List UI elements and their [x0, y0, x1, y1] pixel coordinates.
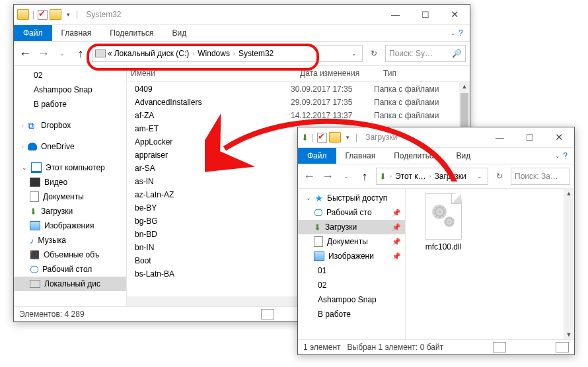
refresh-button[interactable]: ↻ — [492, 172, 507, 181]
refresh-button[interactable]: ↻ — [367, 49, 381, 58]
forward-button[interactable]: → — [36, 46, 51, 61]
file-type: Папка с файлами — [374, 111, 439, 120]
breadcrumb-item[interactable]: Загрузки — [434, 172, 466, 181]
nav-item-dropbox[interactable]: ›⧉Dropbox — [14, 118, 126, 133]
nav-item-documents[interactable]: Документы — [14, 189, 126, 204]
scroll-up-icon[interactable]: ▲ — [459, 81, 470, 92]
separator: | — [75, 10, 79, 19]
qat-checkbox-icon[interactable] — [38, 10, 48, 20]
col-type[interactable]: Тип — [379, 69, 396, 78]
download-icon: ⬇ — [301, 133, 309, 143]
back-button[interactable]: ← — [18, 46, 32, 61]
nav-item-music[interactable]: ♪Музыка — [14, 233, 126, 248]
nav-item-desktop[interactable]: 🖵Рабочий сто📌 — [298, 205, 405, 220]
recent-dropdown[interactable]: ⌄ — [339, 169, 353, 184]
nav-pane[interactable]: 02 Ashampoo Snap В работе ›⧉Dropbox ›One… — [14, 65, 127, 307]
chevron-right-icon[interactable]: › — [232, 50, 237, 57]
breadcrumb-item[interactable]: System32 — [239, 49, 274, 58]
close-button[interactable]: ✕ — [544, 127, 574, 147]
tab-file[interactable]: Файл — [14, 25, 52, 41]
back-button[interactable]: ← — [302, 169, 316, 184]
nav-item-onedrive[interactable]: ›OneDrive — [14, 139, 126, 154]
titlebar[interactable]: | ▼ | System32 — ☐ ✕ — [14, 5, 470, 25]
chevron-right-icon[interactable]: › — [427, 173, 432, 180]
forward-button[interactable]: → — [320, 169, 335, 184]
nav-item-3d[interactable]: ⬛Объемные объ — [14, 248, 126, 262]
view-details-button[interactable] — [493, 342, 506, 352]
address-dropdown-icon[interactable]: ⌄ — [474, 173, 485, 180]
nav-item[interactable]: Ashampoo Snap — [298, 292, 405, 307]
minimize-button[interactable]: — — [381, 5, 410, 24]
nav-item[interactable]: 01 — [298, 263, 405, 278]
tab-share[interactable]: Поделиться — [385, 148, 447, 164]
nav-item[interactable]: 02 — [14, 68, 126, 83]
nav-item-downloads[interactable]: ⬇Загрузки📌 — [298, 220, 405, 234]
file-name: as-IN — [135, 177, 287, 186]
file-row[interactable]: af-ZA14.12.2017 13:37Папка с файлами — [131, 109, 470, 122]
nav-item-this-pc[interactable]: ⌄Этот компьютер — [14, 160, 126, 175]
scroll-down-icon[interactable]: ▼ — [564, 329, 574, 340]
nav-item-documents[interactable]: Документы📌 — [298, 234, 405, 249]
file-row[interactable]: 040930.09.2017 17:35Папка с файлами — [131, 83, 470, 96]
maximize-button[interactable]: ☐ — [410, 5, 440, 24]
ribbon-expand-icon[interactable]: ⌄? — [444, 25, 470, 41]
nav-item-desktop[interactable]: 🖵Рабочий стол — [14, 262, 126, 277]
column-headers[interactable]: Имени Дата изменения Тип — [127, 65, 470, 82]
address-dropdown-icon[interactable]: ⌄ — [349, 50, 359, 57]
qat-dropdown-icon[interactable]: ▼ — [343, 135, 352, 141]
nav-pane[interactable]: ⌄★Быстрый доступ 🖵Рабочий сто📌 ⬇Загрузки… — [298, 188, 406, 340]
onedrive-icon — [28, 143, 37, 150]
qat-dropdown-icon[interactable]: ▼ — [63, 12, 73, 18]
file-date: 14.12.2017 13:37 — [291, 111, 370, 120]
nav-item-videos[interactable]: Видео — [14, 175, 126, 189]
tab-home[interactable]: Главная — [52, 25, 101, 41]
file-name: bn-IN — [135, 243, 287, 252]
view-icons-button[interactable] — [556, 342, 569, 352]
col-name[interactable]: Имени — [127, 69, 296, 78]
nav-item[interactable]: 02 — [298, 278, 405, 292]
vertical-scrollbar[interactable]: ▲▼ — [564, 188, 574, 340]
titlebar[interactable]: ⬇ | ▼ | Загрузки — ☐ ✕ — [298, 127, 574, 148]
address-bar[interactable]: ⬇ › Этот к… › Загрузки ⌄ — [376, 168, 488, 185]
tab-view[interactable]: Вид — [163, 25, 196, 41]
search-input[interactable]: Поиск: Sy…🔍 — [385, 45, 466, 62]
ribbon-expand-icon[interactable]: ⌄? — [548, 148, 574, 164]
file-item-dll[interactable]: mfc100.dll — [415, 193, 472, 251]
tab-file[interactable]: Файл — [298, 148, 336, 164]
minimize-button[interactable]: — — [485, 127, 515, 147]
file-name: am-ET — [135, 124, 287, 133]
nav-item-local-disk[interactable]: Локальный дис — [14, 277, 126, 291]
file-list-pane[interactable]: mfc100.dll ▲▼ — [406, 188, 574, 340]
breadcrumb-item[interactable]: Локальный диск (C:) — [114, 49, 190, 58]
close-button[interactable]: ✕ — [440, 5, 470, 24]
nav-item-quick-access[interactable]: ⌄★Быстрый доступ — [298, 191, 405, 205]
tab-view[interactable]: Вид — [447, 148, 480, 164]
up-button[interactable]: ↑ — [357, 169, 372, 184]
nav-item[interactable]: Ashampoo Snap — [14, 83, 126, 97]
up-button[interactable]: ↑ — [73, 46, 88, 61]
recent-dropdown[interactable]: ⌄ — [55, 46, 69, 61]
scroll-up-icon[interactable]: ▲ — [564, 188, 574, 199]
chevron-right-icon[interactable]: › — [388, 173, 393, 180]
qat-checkbox-icon[interactable] — [317, 133, 327, 143]
nav-item-downloads[interactable]: ⬇Загрузки — [14, 204, 126, 218]
video-icon — [30, 178, 40, 187]
breadcrumb-item[interactable]: Этот к… — [395, 172, 425, 181]
document-icon — [30, 191, 39, 202]
nav-item[interactable]: В работе — [14, 97, 126, 112]
search-input[interactable]: Поиск: За… — [511, 168, 570, 185]
view-details-button[interactable] — [261, 309, 274, 319]
nav-item-pictures[interactable]: Изображения — [14, 218, 126, 233]
breadcrumb-item[interactable]: Windows — [198, 49, 230, 58]
nav-item-pictures[interactable]: Изображени📌 — [298, 249, 405, 263]
tab-share[interactable]: Поделиться — [100, 25, 163, 41]
col-date[interactable]: Дата изменения — [296, 69, 379, 78]
file-row[interactable]: AdvancedInstallers29.09.2017 17:35Папка … — [131, 96, 470, 109]
address-bar[interactable]: « Локальный диск (C:) › Windows › System… — [92, 45, 363, 62]
chevron-right-icon[interactable]: › — [191, 50, 196, 57]
pictures-icon — [314, 251, 324, 261]
tab-home[interactable]: Главная — [336, 148, 385, 164]
desktop-icon: 🖵 — [314, 208, 322, 218]
nav-item[interactable]: В работе — [298, 307, 405, 321]
maximize-button[interactable]: ☐ — [515, 127, 544, 147]
